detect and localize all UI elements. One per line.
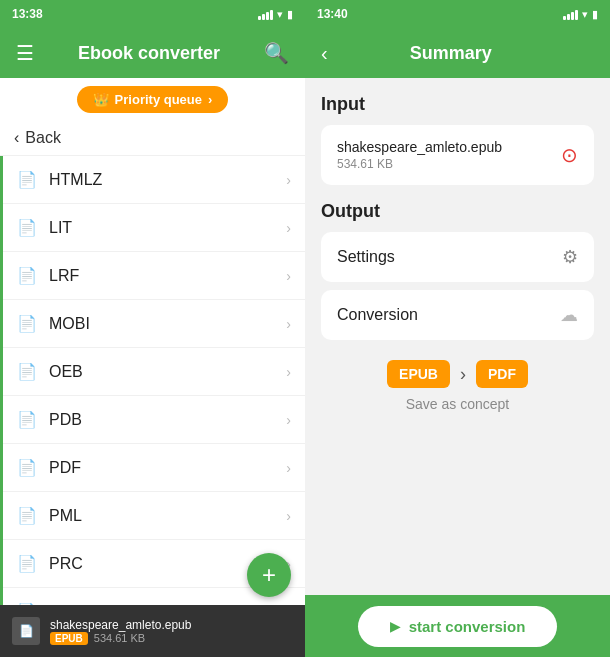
- doc-icon: 📄: [17, 506, 37, 525]
- format-name-prc: PRC: [49, 555, 274, 573]
- format-item-pdb[interactable]: 📄 PDB ›: [3, 396, 305, 444]
- search-icon[interactable]: 🔍: [264, 41, 289, 65]
- file-info: shakespeare_amleto.epub EPUB 534.61 KB: [50, 618, 191, 645]
- back-row[interactable]: ‹ Back: [0, 121, 305, 156]
- from-format-badge: EPUB: [387, 360, 450, 388]
- format-name-lit: LIT: [49, 219, 274, 237]
- file-icon-box: 📄: [12, 617, 40, 645]
- battery-icon: ▮: [287, 8, 293, 21]
- output-section-title: Output: [321, 201, 594, 222]
- bottom-filename: shakespeare_amleto.epub: [50, 618, 191, 632]
- format-name-lrf: LRF: [49, 267, 274, 285]
- to-format-badge: PDF: [476, 360, 528, 388]
- right-header-title: Summary: [328, 43, 574, 64]
- input-section-title: Input: [321, 94, 594, 115]
- left-panel: 13:38 ▾ ▮ ☰ Ebook converter 🔍 👑 Priority…: [0, 0, 305, 657]
- signal-icon: [258, 8, 273, 20]
- right-content: Input shakespeare_amleto.epub 534.61 KB …: [305, 78, 610, 595]
- format-name-htmlz: HTMLZ: [49, 171, 274, 189]
- right-wifi-icon: ▾: [582, 8, 588, 21]
- right-status-time: 13:40: [317, 7, 348, 21]
- input-card-left: shakespeare_amleto.epub 534.61 KB: [337, 139, 502, 171]
- file-doc-icon: 📄: [19, 624, 34, 638]
- format-item-oeb[interactable]: 📄 OEB ›: [3, 348, 305, 396]
- format-item-lit[interactable]: 📄 LIT ›: [3, 204, 305, 252]
- format-name-pdf: PDF: [49, 459, 274, 477]
- right-panel: 13:40 ▾ ▮ ‹ Summary Input shakespeare_am…: [305, 0, 610, 657]
- format-list: 📄 HTMLZ › 📄 LIT › 📄 LRF › 📄 MOBI › 📄 OEB…: [0, 156, 305, 605]
- file-meta: EPUB 534.61 KB: [50, 632, 191, 645]
- format-name-mobi: MOBI: [49, 315, 274, 333]
- format-name-pdb: PDB: [49, 411, 274, 429]
- settings-label: Settings: [337, 248, 395, 266]
- left-status-bar: 13:38 ▾ ▮: [0, 0, 305, 28]
- format-item-lrf[interactable]: 📄 LRF ›: [3, 252, 305, 300]
- cloud-icon: ☁: [560, 304, 578, 326]
- left-status-icons: ▾ ▮: [258, 8, 293, 21]
- input-card: shakespeare_amleto.epub 534.61 KB ⊙: [321, 125, 594, 185]
- settings-row[interactable]: Settings ⚙: [321, 232, 594, 282]
- start-button-label: start conversion: [409, 618, 526, 635]
- priority-chevron-icon: ›: [208, 92, 212, 107]
- wifi-icon: ▾: [277, 8, 283, 21]
- right-battery-icon: ▮: [592, 8, 598, 21]
- doc-icon: 📄: [17, 218, 37, 237]
- right-signal-icon: [563, 8, 578, 20]
- output-section: Output Settings ⚙ Conversion ☁: [321, 201, 594, 340]
- crown-icon: 👑: [93, 92, 109, 107]
- format-item-mobi[interactable]: 📄 MOBI ›: [3, 300, 305, 348]
- doc-icon: 📄: [17, 266, 37, 285]
- left-app-header: ☰ Ebook converter 🔍: [0, 28, 305, 78]
- right-status-icons: ▾ ▮: [563, 8, 598, 21]
- bottom-file-bar: 📄 shakespeare_amleto.epub EPUB 534.61 KB: [0, 605, 305, 657]
- chevron-right-icon: ›: [286, 172, 291, 188]
- input-filesize: 534.61 KB: [337, 157, 502, 171]
- back-arrow-icon: ‹: [14, 129, 19, 147]
- chevron-right-icon: ›: [286, 268, 291, 284]
- conversion-row[interactable]: Conversion ☁: [321, 290, 594, 340]
- format-item-htmlz[interactable]: 📄 HTMLZ ›: [3, 156, 305, 204]
- chevron-right-icon: ›: [286, 220, 291, 236]
- conversion-label: Conversion: [337, 306, 418, 324]
- left-status-time: 13:38: [12, 7, 43, 21]
- format-item-pdf[interactable]: 📄 PDF ›: [3, 444, 305, 492]
- left-header-title: Ebook converter: [78, 43, 220, 64]
- right-status-bar: 13:40 ▾ ▮: [305, 0, 610, 28]
- format-item-pml[interactable]: 📄 PML ›: [3, 492, 305, 540]
- gear-icon: ⚙: [562, 246, 578, 268]
- add-fab-button[interactable]: +: [247, 553, 291, 597]
- menu-icon[interactable]: ☰: [16, 41, 34, 65]
- back-label: Back: [25, 129, 61, 147]
- input-filename: shakespeare_amleto.epub: [337, 139, 502, 155]
- doc-icon: 📄: [17, 410, 37, 429]
- epub-format-badge: EPUB: [50, 632, 88, 645]
- save-concept-button[interactable]: Save as concept: [321, 396, 594, 412]
- start-conversion-button[interactable]: ▶ start conversion: [358, 606, 558, 647]
- bottom-filesize: 534.61 KB: [94, 632, 145, 644]
- doc-icon: 📄: [17, 554, 37, 573]
- doc-icon: 📄: [17, 314, 37, 333]
- plus-icon: +: [262, 561, 276, 589]
- chevron-right-icon: ›: [286, 508, 291, 524]
- chevron-right-icon: ›: [286, 364, 291, 380]
- format-name-oeb: OEB: [49, 363, 274, 381]
- format-name-pml: PML: [49, 507, 274, 525]
- arrow-right-icon: ›: [460, 364, 466, 385]
- warning-icon: ⊙: [561, 143, 578, 167]
- play-icon: ▶: [390, 618, 401, 634]
- right-bottom-bar: ▶ start conversion: [305, 595, 610, 657]
- priority-label: Priority queue: [115, 92, 202, 107]
- doc-icon: 📄: [17, 362, 37, 381]
- right-back-button[interactable]: ‹: [321, 42, 328, 65]
- chevron-right-icon: ›: [286, 460, 291, 476]
- right-app-header: ‹ Summary: [305, 28, 610, 78]
- conversion-visual: EPUB › PDF: [321, 360, 594, 388]
- doc-icon: 📄: [17, 458, 37, 477]
- priority-banner[interactable]: 👑 Priority queue ›: [77, 86, 229, 113]
- chevron-right-icon: ›: [286, 412, 291, 428]
- chevron-right-icon: ›: [286, 316, 291, 332]
- doc-icon: 📄: [17, 170, 37, 189]
